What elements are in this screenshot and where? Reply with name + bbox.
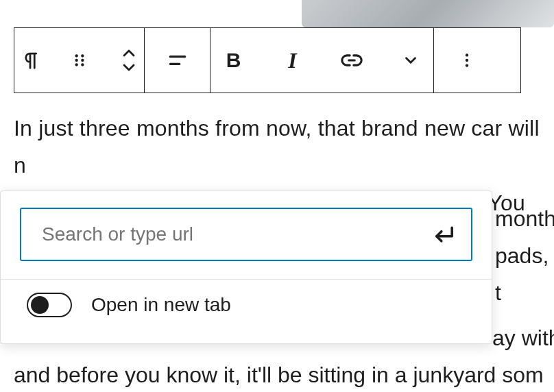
toolbar-group-more [434, 28, 500, 93]
text-line-1: In just three months from now, that bran… [14, 116, 546, 177]
open-new-tab-label: Open in new tab [91, 294, 231, 316]
svg-point-1 [81, 54, 84, 57]
bold-button[interactable]: B [219, 45, 249, 75]
block-toolbar: B I [14, 27, 521, 93]
featured-image-fragment [302, 0, 554, 27]
submit-icon[interactable] [433, 223, 456, 246]
link-url-input[interactable] [42, 223, 433, 245]
svg-point-3 [81, 59, 84, 62]
link-popover: Open in new tab [0, 191, 492, 344]
move-updown-icon[interactable] [114, 45, 144, 75]
toolbar-group-block [14, 28, 145, 93]
svg-point-8 [466, 53, 468, 56]
svg-point-4 [75, 63, 77, 66]
italic-button[interactable]: I [278, 45, 308, 75]
toolbar-group-align [145, 28, 210, 93]
text-fragment-right-3: months [495, 200, 554, 237]
more-vertical-icon[interactable] [452, 45, 482, 75]
chevron-down-icon[interactable] [396, 45, 426, 75]
link-input-wrapper [20, 208, 472, 261]
link-icon[interactable] [337, 45, 367, 75]
svg-point-10 [466, 64, 468, 66]
svg-point-0 [75, 54, 77, 57]
text-fragment-right-4: pads, t [495, 237, 554, 312]
svg-point-9 [466, 59, 468, 62]
text-fragment-tail-1: ay with [492, 319, 554, 356]
svg-point-2 [75, 59, 77, 62]
toggle-knob [31, 296, 49, 314]
align-left-icon[interactable] [162, 45, 193, 75]
text-fragment-tail-2: and before you know it, it'll be sitting… [14, 356, 554, 392]
toolbar-group-format: B I [210, 28, 434, 93]
popover-divider [1, 279, 492, 280]
open-new-tab-row: Open in new tab [27, 293, 231, 317]
drag-icon[interactable] [64, 45, 95, 75]
svg-point-5 [81, 63, 84, 66]
paragraph-icon[interactable] [15, 45, 45, 75]
open-new-tab-toggle[interactable] [27, 293, 72, 317]
